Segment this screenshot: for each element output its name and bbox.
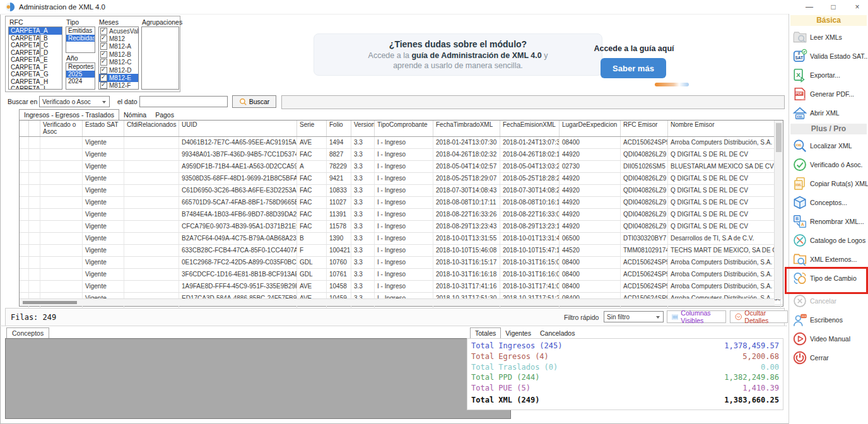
rfc-list-scrollbar[interactable] <box>39 35 41 57</box>
table-row[interactable]: Vigente93508D35-68FF-48D1-9699-21B8C5BFA… <box>20 173 783 185</box>
column-header[interactable] <box>20 121 29 136</box>
vertical-scrollbar[interactable] <box>774 121 783 299</box>
list-item[interactable]: CARPETA_H <box>9 78 62 86</box>
column-header[interactable]: UUID <box>179 121 297 136</box>
sidebar-item-catalogo-de-logos[interactable]: Catalogo de Logos <box>789 231 868 250</box>
table-row[interactable]: Vigente99348A01-3B7F-436D-94B5-7CC1D5374… <box>20 149 783 161</box>
column-header[interactable]: Nombre Emisor <box>668 121 781 136</box>
checkbox-checked-icon[interactable] <box>100 59 107 66</box>
dato-input[interactable] <box>139 96 228 107</box>
filtro-rapido-select[interactable]: Sin filtro <box>604 311 664 322</box>
column-header[interactable] <box>29 121 40 136</box>
tab-n-mina[interactable]: Nómina <box>119 110 151 120</box>
table-row[interactable]: Vigente665701D9-5CA7-4FAB-8BF1-758D9665B… <box>20 197 783 209</box>
checkbox-checked-icon[interactable] <box>100 67 107 74</box>
list-item[interactable]: CARPETA_F <box>9 64 62 71</box>
table-row[interactable]: VigenteD4061B12-7E7C-4A65-95EE-AC91915A8… <box>20 137 783 149</box>
column-header[interactable]: TipoComprobante <box>375 121 433 136</box>
minimize-button[interactable]: — <box>799 0 820 14</box>
column-header[interactable]: CfdiRelacionados <box>124 121 179 136</box>
column-header[interactable]: FechaTimbradoXML <box>433 121 500 136</box>
totales-tab-vigentes[interactable]: Vigentes <box>501 328 536 338</box>
saber-mas-button[interactable]: Saber más <box>601 58 666 78</box>
list-item[interactable]: CARPETA_D <box>9 49 62 57</box>
month-checkbox-item[interactable]: M812-E <box>99 74 138 81</box>
sidebar-item-conceptos[interactable]: Conceptos... <box>789 193 868 212</box>
table-cell <box>124 245 179 256</box>
column-header[interactable]: Estado SAT <box>83 121 124 136</box>
checkbox-checked-icon[interactable] <box>100 82 107 89</box>
buscar-button[interactable]: Buscar <box>232 95 276 108</box>
list-item[interactable]: CARPETA_G <box>9 71 62 78</box>
list-item[interactable]: 2025 <box>66 71 95 78</box>
buscar-en-select[interactable]: Verificado o Asoc <box>39 96 110 107</box>
tipo-listbox[interactable]: EmitidasRecibidas <box>66 26 95 53</box>
anio-listbox[interactable]: Reportes20252024 <box>66 62 95 90</box>
column-header[interactable]: Verificado o Asoc <box>40 121 83 136</box>
sidebar-item-generar-pdf[interactable]: PDFGenerar PDF... <box>789 85 868 103</box>
table-row[interactable]: Vigente1A9FAE8D-FFF4-45C9-951F-335E9B29E… <box>20 281 783 293</box>
checkbox-checked-icon[interactable] <box>100 28 107 35</box>
sidebar-item-escribenos[interactable]: Escribenos <box>789 310 868 329</box>
sidebar-item-verificado-asoc[interactable]: Verificado ó Asoc. <box>789 155 868 174</box>
list-item[interactable]: 2024 <box>66 78 95 85</box>
list-item[interactable]: CARPETA_I <box>9 85 62 90</box>
sidebar-item-xml-externos[interactable]: XML Externos... <box>789 250 868 269</box>
month-checkbox-item[interactable]: AcusesValidaci <box>99 27 138 35</box>
month-checkbox-item[interactable]: M812 <box>99 35 138 42</box>
table-row[interactable]: VigenteB7484E4A-1B03-4FB6-9BD7-88D39DA23… <box>20 209 783 221</box>
list-item[interactable]: Reportes <box>66 63 95 71</box>
totales-tab-cancelados[interactable]: Cancelados <box>536 328 579 338</box>
checkbox-checked-icon[interactable] <box>100 43 107 50</box>
list-item[interactable]: CARPETA_E <box>9 56 62 64</box>
checkbox-checked-icon[interactable] <box>100 51 107 58</box>
list-item[interactable]: CARPETA_A <box>9 27 62 35</box>
sidebar-item-tipo-de-cambio[interactable]: Tipo de Cambio <box>789 269 868 288</box>
sidebar-item-video-manual[interactable]: Video Manual <box>789 329 868 348</box>
maximize-button[interactable]: □ <box>823 0 844 14</box>
checkbox-checked-icon[interactable] <box>100 35 107 42</box>
tab-ingresos-egresos-traslados[interactable]: Ingresos - Egresos - Traslados <box>19 109 119 120</box>
columnas-visibles-button[interactable]: Columnas Visibles <box>667 310 726 323</box>
checkbox-checked-icon[interactable] <box>100 74 107 81</box>
agrupaciones-listbox[interactable] <box>141 26 179 90</box>
horizontal-scrollbar[interactable] <box>20 298 775 306</box>
list-item[interactable]: Recibidas <box>66 35 95 42</box>
sidebar-item-cerrar[interactable]: Cerrar <box>789 348 868 367</box>
tab-conceptos[interactable]: Conceptos <box>6 327 49 338</box>
table-row[interactable]: VigenteCFCA79E0-9073-4B39-95A1-D371B21E9… <box>20 221 783 233</box>
table-row[interactable]: Vigente633CB28C-FCB4-47CA-85F0-1CC4407A8… <box>20 245 783 257</box>
rfc-listbox[interactable]: CARPETA_ACARPETA_BCARPETA_CCARPETA_DCARP… <box>8 26 62 90</box>
tab-pagos[interactable]: Pagos <box>151 110 179 120</box>
column-header[interactable]: LugarDeExpedicion <box>560 121 621 136</box>
ocultar-detalles-button[interactable]: Ocultar Detalles <box>730 310 788 323</box>
list-item[interactable]: CARPETA_C <box>9 42 62 49</box>
column-header[interactable]: FechaEmisionXML <box>500 121 560 136</box>
meses-checklist[interactable]: AcusesValidaciM812M812-AM812-BM812-CM812… <box>98 26 139 90</box>
sidebar-item-valida-estado-sat[interactable]: SAT#Valida Estado SAT... <box>789 47 868 66</box>
table-row[interactable]: VigenteB2A7CF64-049A-4C75-B79A-0AB68A231… <box>20 233 783 245</box>
sidebar-item-abrir-xml[interactable]: XMLAbrir XML <box>789 103 868 122</box>
close-button[interactable]: × <box>847 0 868 14</box>
sidebar-item-localizar-xml[interactable]: XMLLocalizar XML <box>789 136 868 155</box>
sidebar-item-exportar[interactable]: XExportar... <box>789 66 868 85</box>
month-checkbox-item[interactable]: M812-C <box>99 59 138 66</box>
list-item[interactable]: Emitidas <box>66 27 95 35</box>
table-row[interactable]: VigenteA959DF1B-71B4-4AE1-A563-0D2CCA591… <box>20 161 783 173</box>
table-row[interactable]: Vigente0E1C2968-7FC2-42D5-A899-C035F0BCD… <box>20 257 783 269</box>
month-checkbox-item[interactable]: M812-A <box>99 43 138 50</box>
column-header[interactable]: Folio <box>327 121 351 136</box>
sidebar-item-copiar-ruta-s-xml[interactable]: XMLCopiar Ruta(s) XML <box>789 174 868 193</box>
month-checkbox-item[interactable]: M812-F <box>99 82 138 90</box>
month-checkbox-item[interactable]: M812-D <box>99 66 138 74</box>
sidebar-item-leer-xmls[interactable]: Leer XMLs <box>789 28 868 47</box>
totales-tab-totales[interactable]: Totales <box>470 327 501 338</box>
month-checkbox-item[interactable]: M812-B <box>99 50 138 58</box>
list-item[interactable]: CARPETA_B <box>9 35 62 42</box>
column-header[interactable]: RFC Emisor <box>621 121 668 136</box>
table-row[interactable]: VigenteC61D6950-3C26-4B63-A6FE-E3D2253A4… <box>20 185 783 197</box>
sidebar-item-renombrar-xml[interactable]: BARenombrar XML... <box>789 212 868 231</box>
table-row[interactable]: Vigente3F6CDCFC-1D16-4E81-8B1B-8CF913AE7… <box>20 269 783 281</box>
column-header[interactable]: Serie <box>297 121 327 136</box>
column-header[interactable]: Version <box>351 121 375 136</box>
